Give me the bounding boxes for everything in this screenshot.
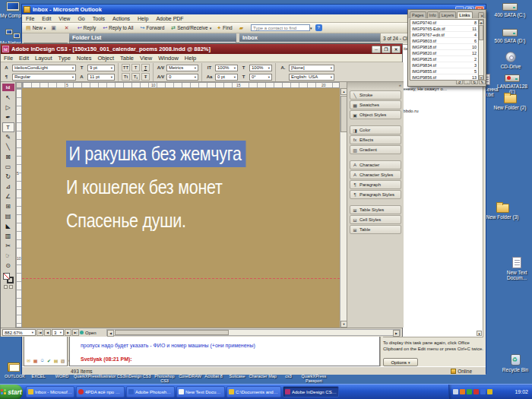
eyedropper-tool[interactable]: ◣ — [2, 221, 14, 231]
clock[interactable]: 19:02 — [515, 389, 528, 394]
desktop-icon-drive-400[interactable]: 400 SATA (C:) — [492, 3, 527, 17]
page-number-combo[interactable]: 3▾ — [52, 329, 64, 336]
object-styles-panel[interactable]: ▣ Object Styles — [350, 110, 401, 119]
tray-icon[interactable] — [487, 389, 492, 394]
language-combo[interactable]: English: USA▾ — [289, 74, 334, 81]
menu-item[interactable]: Adobe PDF — [152, 16, 187, 21]
menu-item[interactable]: Help — [182, 55, 199, 62]
preview-view-button[interactable] — [9, 285, 13, 289]
taskbar-task[interactable]: C:\Documents and Settin... — [226, 386, 281, 397]
selection-tool[interactable]: ↖ — [2, 93, 14, 103]
folder-list-icon[interactable]: ▨ — [60, 358, 65, 363]
version-cue-status[interactable]: Open — [80, 331, 106, 335]
notes-tool[interactable]: ▤ — [2, 211, 14, 221]
organize-folder-button[interactable]: ▰ — [238, 24, 248, 32]
menu-item[interactable]: View — [55, 16, 74, 21]
hand-tool[interactable]: ☞ — [2, 251, 14, 261]
character-panel[interactable]: A Character — [350, 160, 401, 169]
skew-combo[interactable]: 0°▾ — [249, 74, 272, 81]
pencil-tool[interactable]: ✎ — [2, 132, 14, 142]
menu-item[interactable]: Layout — [32, 55, 55, 62]
horizontal-scale-combo[interactable]: 100%▾ — [249, 65, 272, 71]
fill-swatch-icon[interactable] — [3, 273, 10, 280]
desktop-icon-label[interactable]: Photoshop CS3 — [151, 374, 179, 383]
tab-pages[interactable]: Pages — [410, 11, 426, 18]
taskbar-task[interactable]: New Text Document (2)... — [176, 386, 225, 397]
link-row[interactable]: IMGP9740.tif 8 — [410, 20, 478, 26]
scroll-down-icon[interactable]: ▼ — [477, 331, 482, 336]
small-caps-button[interactable]: Tt — [122, 73, 130, 81]
link-row[interactable]: IMGP9834.tif 3 — [410, 62, 478, 68]
link-row[interactable]: IMGP9803.tif 6 — [410, 38, 478, 44]
link-row[interactable]: IMGP9765-Edit.tif 11 — [410, 26, 478, 32]
vertical-scale-combo[interactable]: 100%▾ — [215, 65, 238, 71]
desktop-icon-new-folder-3[interactable]: New Folder (3) — [485, 204, 520, 220]
margin-guide[interactable] — [22, 278, 340, 279]
desktop-icon-cd-drive[interactable]: CD-Drive — [496, 52, 526, 69]
calendar-icon[interactable]: ▦ — [33, 358, 38, 363]
leading-combo[interactable]: 11 pt▾ — [87, 74, 115, 81]
close-button[interactable]: ✕ — [391, 46, 401, 53]
notes-icon[interactable]: ▤ — [53, 358, 59, 363]
paragraph-panel[interactable]: ¶ Paragraph — [350, 180, 401, 189]
menu-item[interactable]: Actions — [109, 16, 134, 21]
forward-button[interactable]: ↪ Forward — [139, 24, 168, 32]
kerning-combo[interactable]: Metrics▾ — [166, 65, 198, 71]
tab-layers[interactable]: Layers — [439, 11, 457, 18]
cell-styles-panel[interactable]: ⊟ Cell Styles — [350, 215, 401, 224]
gradient-tool[interactable]: ▥ — [2, 231, 14, 241]
scrollbar-thumb[interactable] — [479, 25, 483, 40]
menu-item[interactable]: Go — [74, 16, 88, 21]
menu-item[interactable]: Edit — [38, 16, 55, 21]
tray-icon[interactable] — [467, 389, 472, 394]
scrollbar-thumb[interactable] — [115, 330, 229, 335]
menu-item[interactable]: Notes — [74, 55, 95, 62]
character-style-combo[interactable]: [None]▾ — [289, 65, 334, 71]
contacts-icon[interactable]: ☺ — [40, 358, 45, 363]
desktop-icon-new-folder-2[interactable]: New Folder (2) — [492, 94, 527, 110]
menu-item[interactable]: Window — [155, 55, 182, 62]
tracking-combo[interactable]: 0▾ — [166, 74, 198, 81]
zoom-tool[interactable]: ⊙ — [2, 261, 14, 271]
scroll-left-icon[interactable]: ◀ — [107, 330, 114, 337]
normal-view-button[interactable] — [4, 285, 8, 289]
font-style-combo[interactable]: Regular▾ — [12, 74, 76, 81]
new-button[interactable]: ▤ New ▾ — [24, 24, 47, 32]
reply-all-button[interactable]: ↩ Reply to All — [101, 24, 136, 32]
ruler-corner[interactable] — [16, 82, 22, 88]
desktop-icon-drive-500[interactable]: 500 SATA (D:) — [492, 29, 527, 43]
links-scrollbar[interactable]: ▲ ▼ — [478, 19, 484, 81]
font-size-combo[interactable]: 9 pt▾ — [87, 65, 115, 71]
free-transform-tool[interactable]: ⊞ — [2, 201, 14, 211]
last-page-button[interactable]: ▶| — [72, 329, 79, 336]
go-to-link-button[interactable]: → — [464, 80, 470, 84]
type-tool[interactable]: T — [2, 122, 14, 132]
menu-item[interactable]: Table — [117, 55, 137, 62]
poem-line-selected[interactable]: И ракушка без жемчуга — [66, 137, 246, 170]
tray-icon[interactable] — [460, 389, 465, 394]
tasks-icon[interactable]: ✔ — [46, 358, 52, 363]
scissors-tool[interactable]: ✂ — [2, 241, 14, 251]
reply-button[interactable]: ↩ Reply — [76, 24, 100, 32]
next-page-button[interactable]: ▶ — [65, 329, 71, 336]
relink-button[interactable]: ↺ — [456, 80, 463, 84]
capitalize-button[interactable]: T — [131, 64, 140, 71]
tab-info[interactable]: Info — [427, 11, 439, 18]
menu-item[interactable]: Object — [94, 55, 117, 62]
menu-item[interactable]: Type — [55, 55, 74, 62]
effects-panel[interactable]: fx Effects — [350, 135, 401, 144]
scroll-right-icon[interactable]: ▶ — [393, 330, 400, 337]
start-button[interactable]: start — [0, 385, 23, 399]
poem-line[interactable]: И кошелек без монет — [66, 170, 246, 204]
desktop-icon-new-text-doc[interactable]: New Text Docum... — [502, 257, 532, 280]
find-button[interactable]: ✦ Find — [215, 24, 236, 32]
dock-header[interactable]: « — [347, 82, 404, 89]
line-tool[interactable]: ╲ — [2, 142, 14, 152]
horizontal-scrollbar[interactable]: ◀ ▶ — [106, 329, 401, 336]
rectangle-tool[interactable]: ▭ — [2, 162, 14, 172]
link-row[interactable]: IMGP9818.tif 10 — [410, 44, 478, 50]
options-button[interactable]: Options ▾ — [383, 358, 418, 366]
mail-icon[interactable]: ✉ — [26, 358, 31, 363]
menu-item[interactable]: File — [22, 16, 38, 21]
link-row[interactable]: IMGP9825.tif 2 — [410, 56, 478, 62]
